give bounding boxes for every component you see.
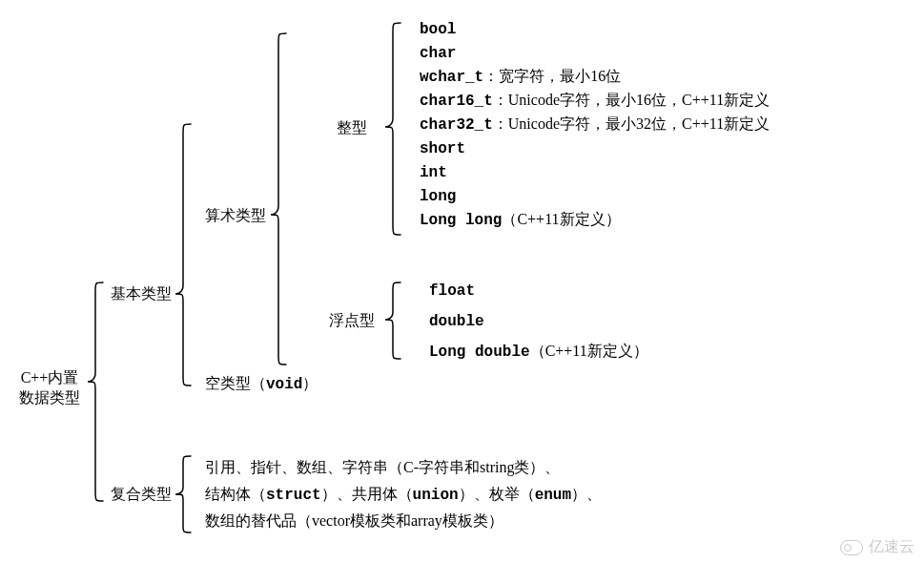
int-item-longlong: Long long（C++11新定义） xyxy=(420,210,621,231)
kw: int xyxy=(420,164,447,181)
float-item-double: double xyxy=(429,311,484,332)
void-pre: 空类型（ xyxy=(205,375,266,391)
root-line2: 数据类型 xyxy=(19,389,80,406)
int-item-bool: bool xyxy=(420,19,456,40)
root-title: C++内置 数据类型 xyxy=(19,368,80,408)
kw: long xyxy=(420,188,456,205)
float-item-float: float xyxy=(429,281,475,302)
kw: Long long xyxy=(420,212,502,229)
l2a: 结构体（ xyxy=(205,486,266,502)
watermark-text: 亿速云 xyxy=(869,537,914,557)
int-item-char16: char16_t：Unicode字符，最小16位，C++11新定义 xyxy=(420,91,770,112)
l2d: ）、 xyxy=(571,486,602,502)
compound-line3: 数组的替代品（vector模板类和array模板类） xyxy=(205,511,503,532)
note: ：Unicode字符，最小32位，C++11新定义 xyxy=(493,115,770,132)
note2: （C++11新定义） xyxy=(502,211,620,227)
compound-line2: 结构体（struct）、共用体（union）、枚举（enum）、 xyxy=(205,485,602,506)
kw: short xyxy=(420,140,465,157)
void-kw: void xyxy=(266,376,302,393)
basic-types-label: 基本类型 xyxy=(111,284,172,304)
note: ：宽字符，最小16位 xyxy=(483,68,621,84)
watermark: 亿速云 xyxy=(840,537,914,557)
floating-label: 浮点型 xyxy=(329,311,375,331)
kw: wchar_t xyxy=(420,69,483,86)
integral-label: 整型 xyxy=(337,118,367,138)
int-item-wchar: wchar_t：宽字符，最小16位 xyxy=(420,67,621,88)
compound-line1: 引用、指针、数组、字符串（C-字符串和string类）、 xyxy=(205,458,560,478)
int-item-char: char xyxy=(420,43,456,64)
kw: char xyxy=(420,45,456,62)
l2b: ）、共用体（ xyxy=(321,486,413,502)
root-line1: C++内置 xyxy=(21,369,79,386)
enum-kw: enum xyxy=(535,487,571,504)
kw: float xyxy=(429,282,475,300)
union-kw: union xyxy=(413,487,459,504)
int-item-short: short xyxy=(420,138,465,159)
watermark-icon xyxy=(840,540,863,555)
note: ：Unicode字符，最小16位，C++11新定义 xyxy=(493,92,770,108)
struct-kw: struct xyxy=(266,487,321,504)
int-item-int: int xyxy=(420,162,447,183)
compound-types-label: 复合类型 xyxy=(111,485,172,505)
kw: char16_t xyxy=(420,93,493,110)
void-tail: ） xyxy=(302,375,318,391)
int-item-long: long xyxy=(420,186,456,207)
kw: Long double xyxy=(429,344,530,361)
float-item-longdouble: Long double（C++11新定义） xyxy=(429,342,648,363)
note2: （C++11新定义） xyxy=(530,343,648,359)
diagram-root: { "root_title_line1": "C++内置", "root_tit… xyxy=(0,0,924,563)
arithmetic-types-label: 算术类型 xyxy=(205,206,266,226)
kw: double xyxy=(429,313,484,330)
int-item-char32: char32_t：Unicode字符，最小32位，C++11新定义 xyxy=(420,115,770,136)
kw: char32_t xyxy=(420,116,493,134)
l2c: ）、枚举（ xyxy=(459,486,535,502)
kw: bool xyxy=(420,21,456,38)
void-type-row: 空类型（void） xyxy=(205,374,318,395)
